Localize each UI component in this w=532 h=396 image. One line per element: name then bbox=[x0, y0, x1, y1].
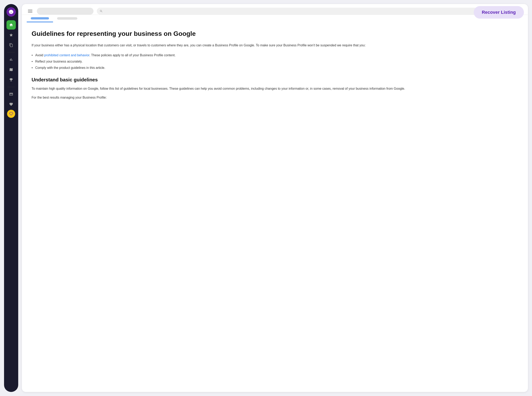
heart-icon bbox=[9, 102, 13, 106]
intro-paragraph: If your business either has a physical l… bbox=[32, 42, 518, 48]
search-bar[interactable] bbox=[97, 8, 523, 15]
star-icon bbox=[9, 33, 13, 37]
home-icon bbox=[9, 23, 13, 27]
sidebar-divider-2 bbox=[7, 87, 15, 87]
gem-icon bbox=[9, 112, 13, 116]
content-area: Guidelines for representing your busines… bbox=[22, 22, 528, 111]
sidebar-item-chart[interactable] bbox=[6, 55, 16, 64]
sidebar-logo[interactable] bbox=[6, 7, 16, 17]
recover-listing-wrapper: Recover Listing bbox=[474, 6, 524, 19]
recover-listing-button[interactable]: Recover Listing bbox=[474, 6, 524, 19]
bullet-1-text-before: Avoid bbox=[35, 53, 44, 57]
bullet-item-2: Reflect your business accurately. bbox=[32, 59, 518, 64]
section2-paragraph1: To maintain high quality information on … bbox=[32, 86, 518, 91]
bullet-3-text: Comply with the product guidelines in th… bbox=[35, 66, 105, 70]
sidebar-divider-1 bbox=[7, 52, 15, 52]
card-icon bbox=[9, 92, 13, 96]
bullet-item-1: Avoid prohibited content and behavior. T… bbox=[32, 52, 518, 58]
map-icon bbox=[9, 68, 13, 72]
tab-2-placeholder bbox=[57, 17, 77, 20]
tab-2[interactable] bbox=[53, 15, 81, 22]
bullet-item-3: Comply with the product guidelines in th… bbox=[32, 65, 518, 70]
sidebar-item-map[interactable] bbox=[6, 65, 16, 74]
bullet-list: Avoid prohibited content and behavior. T… bbox=[32, 52, 518, 71]
tab-1[interactable] bbox=[27, 15, 53, 22]
browser-toolbar bbox=[22, 4, 528, 15]
bullet-2-text: Reflect your business accurately. bbox=[35, 60, 83, 63]
sidebar-item-star[interactable] bbox=[6, 30, 16, 40]
sidebar-item-heart[interactable] bbox=[6, 100, 16, 109]
trophy-icon bbox=[9, 78, 13, 82]
svg-point-0 bbox=[11, 12, 11, 13]
browser-card: Guidelines for representing your busines… bbox=[22, 4, 528, 392]
sidebar-item-trophy[interactable] bbox=[6, 75, 16, 84]
prohibited-content-link[interactable]: prohibited content and behavior bbox=[44, 53, 89, 57]
chart-icon bbox=[9, 58, 13, 62]
url-bar[interactable] bbox=[37, 8, 93, 15]
main-content: Guidelines for representing your busines… bbox=[22, 4, 528, 392]
chat-bubble-icon bbox=[8, 9, 14, 15]
copy-icon bbox=[9, 43, 13, 47]
sidebar-item-copy[interactable] bbox=[6, 41, 16, 50]
section2-paragraph2: For the best results managing your Busin… bbox=[32, 95, 518, 100]
hamburger-menu[interactable] bbox=[27, 8, 34, 14]
sidebar-item-gem[interactable] bbox=[7, 110, 15, 118]
sidebar-item-card[interactable] bbox=[6, 89, 16, 99]
main-heading: Guidelines for representing your busines… bbox=[32, 29, 518, 38]
section2-heading: Understand basic guidelines bbox=[32, 77, 518, 83]
bullet-1-text-after: . These policies apply to all of your Bu… bbox=[89, 53, 175, 57]
tabs-row bbox=[22, 15, 528, 22]
search-icon bbox=[100, 10, 103, 13]
sidebar-item-home[interactable] bbox=[6, 20, 16, 29]
sidebar bbox=[4, 4, 18, 392]
